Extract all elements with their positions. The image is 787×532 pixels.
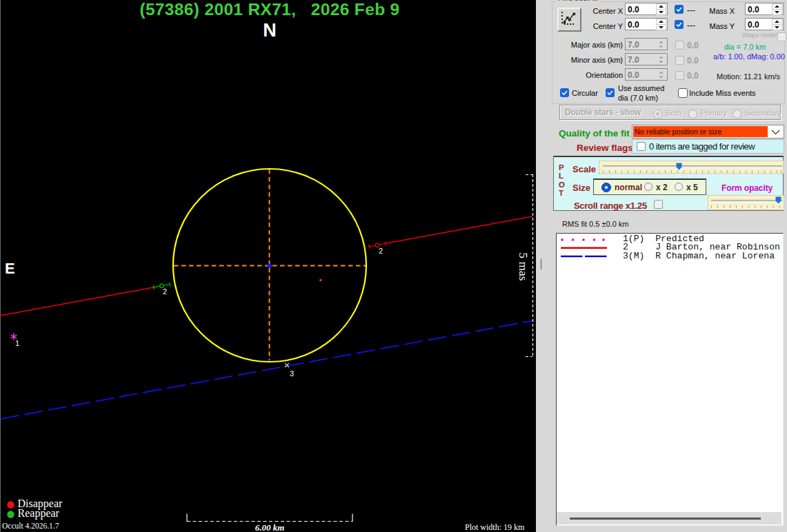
svg-text:E: E [5,260,15,277]
svg-text:Plot width: 19 km: Plot width: 19 km [465,522,525,532]
svg-text:N: N [263,20,277,41]
svg-text:2: 2 [163,287,167,296]
svg-text:1: 1 [15,339,19,347]
svg-text:6.00 km: 6.00 km [255,522,285,532]
svg-text:(57386) 2001 RX71, 2026 Feb: (57386) 2001 RX71, 2026 Feb 9 [139,0,399,19]
svg-text:Reappear: Reappear [18,507,60,520]
svg-text:Occult 4.2026.1.7: Occult 4.2026.1.7 [2,522,59,530]
svg-text:5 mas: 5 mas [517,252,530,281]
svg-text:2: 2 [379,247,383,255]
svg-text:3: 3 [290,369,294,378]
